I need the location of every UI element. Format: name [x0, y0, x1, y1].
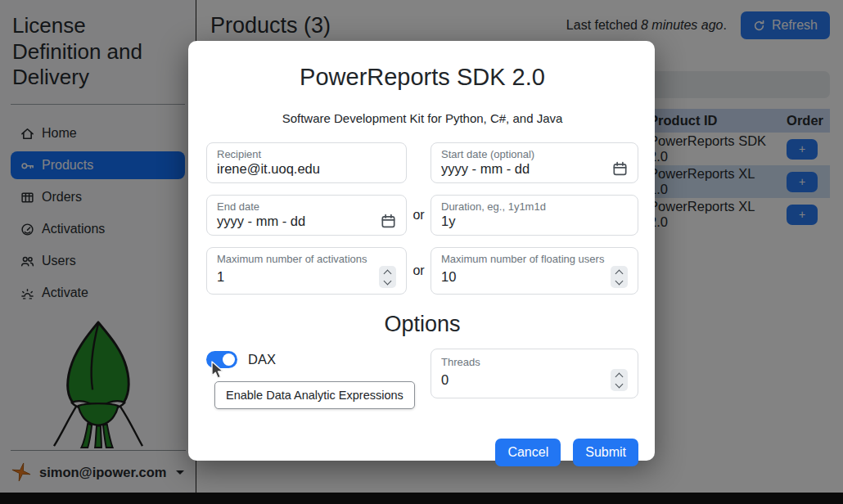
submit-button[interactable]: Submit: [573, 439, 638, 466]
or-separator: or: [407, 263, 431, 278]
max-activations-label: Maximum number of activations: [217, 253, 396, 265]
modal-subtitle: Software Development Kit for Python, C#,…: [206, 111, 638, 125]
threads-label: Threads: [441, 356, 628, 368]
bottom-bar: [0, 493, 843, 504]
start-date-value: yyyy - mm - dd: [441, 161, 530, 177]
calendar-icon[interactable]: [612, 161, 628, 177]
dax-option: DAX Enable Data Analytic Expressions: [206, 349, 407, 368]
end-date-label: End date: [217, 200, 396, 213]
start-date-label: Start date (optional): [441, 148, 628, 160]
recipient-label: Recipient: [217, 148, 396, 160]
license-form: Recipient irene@it.uoq.edu Start date (o…: [206, 142, 638, 295]
duration-field[interactable]: Duration, eg., 1y1m1d 1y: [431, 195, 638, 236]
max-floating-users-label: Maximum number of floating users: [441, 253, 628, 265]
or-separator: or: [407, 208, 431, 223]
chevron-up-icon: [615, 269, 624, 277]
modal-title: PowerReports SDK 2.0: [206, 64, 638, 91]
form-row: Maximum number of activations 1 or Maxim…: [206, 247, 638, 295]
recipient-value: irene@it.uoq.edu: [217, 161, 320, 177]
number-stepper[interactable]: [379, 266, 396, 288]
options-row: DAX Enable Data Analytic Expressions Thr…: [206, 349, 638, 398]
license-modal: PowerReports SDK 2.0 Software Developmen…: [188, 41, 655, 461]
chevron-up-icon: [384, 269, 392, 277]
number-stepper[interactable]: [611, 369, 628, 391]
max-activations-value: 1: [217, 269, 224, 285]
recipient-field[interactable]: Recipient irene@it.uoq.edu: [206, 142, 407, 183]
threads-field[interactable]: Threads 0: [431, 349, 638, 398]
end-date-value: yyyy - mm - dd: [217, 214, 305, 229]
end-date-field[interactable]: End date yyyy - mm - dd: [206, 195, 407, 236]
number-stepper[interactable]: [611, 266, 628, 288]
form-row: End date yyyy - mm - dd or Duration, eg.…: [206, 195, 638, 236]
duration-label: Duration, eg., 1y1m1d: [441, 200, 628, 213]
modal-footer: Cancel Submit: [206, 439, 638, 466]
options-heading: Options: [206, 312, 638, 337]
cancel-button[interactable]: Cancel: [495, 439, 561, 466]
mouse-cursor: [210, 361, 227, 380]
dax-label: DAX: [248, 352, 276, 367]
dax-tooltip: Enable Data Analytic Expressions: [214, 381, 415, 409]
app-window: License Definition and Delivery Home Pro…: [0, 0, 843, 504]
chevron-down-icon: [615, 277, 624, 285]
max-activations-field[interactable]: Maximum number of activations 1: [206, 247, 407, 295]
chevron-up-icon: [615, 372, 624, 380]
duration-value: 1y: [441, 214, 455, 229]
chevron-down-icon: [615, 380, 624, 388]
max-floating-users-value: 10: [441, 269, 456, 285]
calendar-icon[interactable]: [381, 214, 396, 229]
threads-value: 0: [441, 372, 449, 388]
start-date-field[interactable]: Start date (optional) yyyy - mm - dd: [431, 142, 638, 183]
max-floating-users-field[interactable]: Maximum number of floating users 10: [431, 247, 638, 295]
chevron-down-icon: [384, 277, 392, 285]
form-row: Recipient irene@it.uoq.edu Start date (o…: [206, 142, 638, 183]
